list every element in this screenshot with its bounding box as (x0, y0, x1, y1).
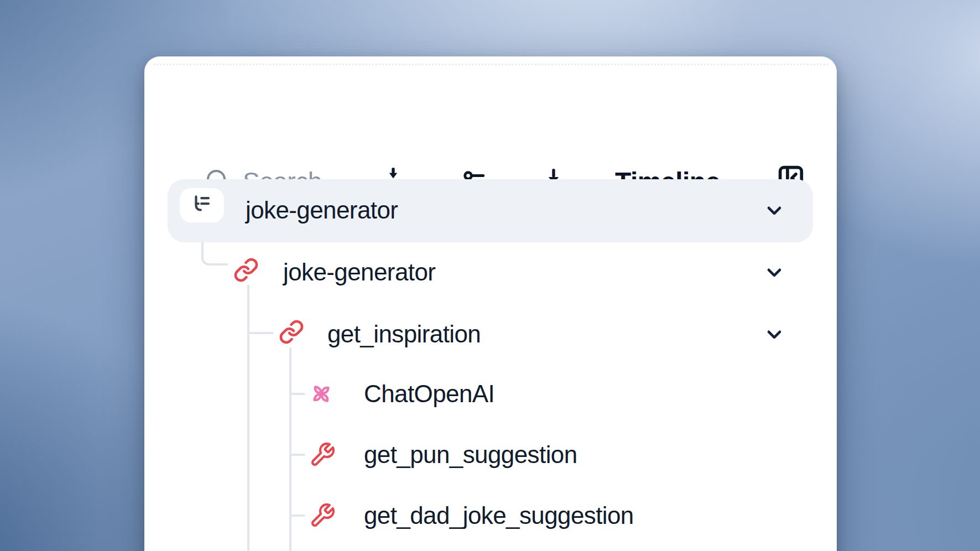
tree-connector-stub (290, 454, 305, 456)
llm-pinwheel-icon (308, 381, 335, 409)
wrench-icon (309, 502, 336, 531)
tree-connector-stub (290, 514, 305, 517)
tree-connector-stub (248, 332, 274, 334)
tree-row-chatopenai[interactable]: ChatOpenAI (144, 363, 837, 425)
tree-row-label: get_dad_joke_suggestion (364, 500, 634, 531)
link-icon (279, 319, 304, 347)
tree-row-get-pun-suggestion[interactable]: get_pun_suggestion (144, 424, 837, 486)
chevron-down-icon[interactable] (763, 261, 785, 283)
trace-panel-card: Search (144, 56, 837, 551)
dotted-divider (154, 64, 828, 65)
chevron-down-icon[interactable] (763, 323, 785, 345)
tree-row-label: get_pun_suggestion (364, 439, 577, 470)
tree-row-get-inspiration[interactable]: get_inspiration (144, 303, 837, 365)
tree-row-label: joke-generator (283, 257, 435, 288)
tree-connector-stub (290, 393, 305, 395)
tree-row-label: joke-generator (246, 195, 398, 226)
tree-row-label: ChatOpenAI (364, 378, 494, 409)
tree-row-label: get_inspiration (327, 319, 481, 350)
link-icon (233, 257, 259, 285)
tree-row-joke-generator-child[interactable]: joke-generator (144, 241, 837, 303)
root-icon-chip (180, 188, 224, 222)
chevron-down-icon[interactable] (763, 199, 785, 221)
wrench-icon (309, 441, 336, 470)
trace-tree-icon (190, 193, 213, 218)
tree-row-joke-generator-root[interactable]: joke-generator (144, 179, 837, 242)
tree-row-get-dad-joke-suggestion[interactable]: get_dad_joke_suggestion (144, 485, 837, 547)
